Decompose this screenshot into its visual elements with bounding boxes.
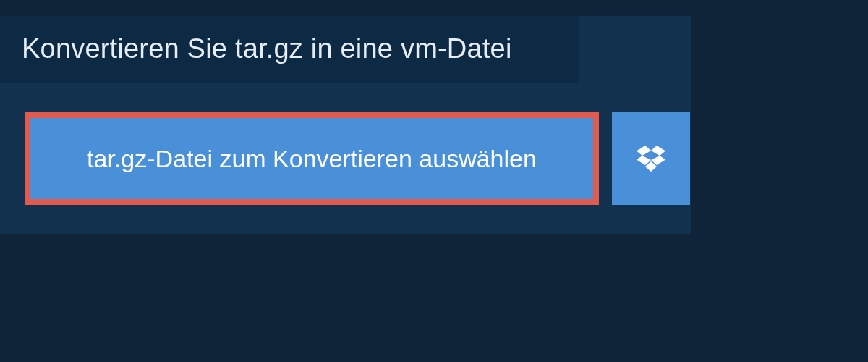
dropbox-button[interactable] [612, 112, 690, 205]
page-title: Konvertieren Sie tar.gz in eine vm-Datei [22, 33, 557, 64]
select-file-button[interactable]: tar.gz-Datei zum Konvertieren auswählen [25, 112, 599, 205]
converter-panel: Konvertieren Sie tar.gz in eine vm-Datei… [0, 16, 691, 234]
action-row: tar.gz-Datei zum Konvertieren auswählen [25, 112, 691, 205]
select-file-label: tar.gz-Datei zum Konvertieren auswählen [87, 145, 537, 173]
dropbox-icon [637, 146, 665, 172]
header: Konvertieren Sie tar.gz in eine vm-Datei [0, 16, 579, 83]
